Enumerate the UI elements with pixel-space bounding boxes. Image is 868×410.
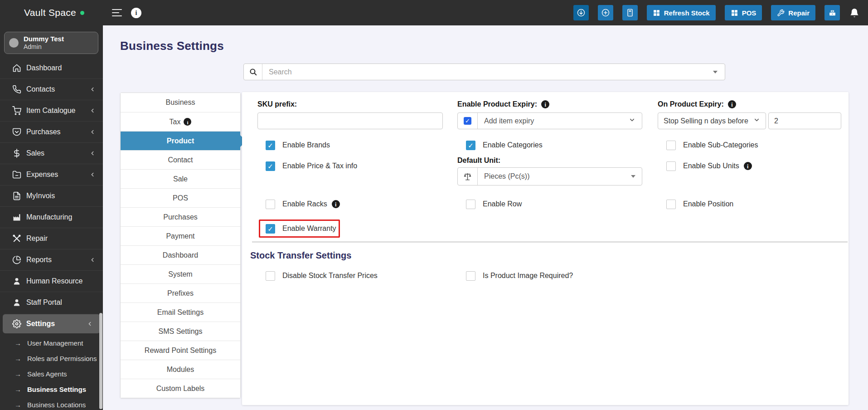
section-divider xyxy=(252,242,848,242)
info-icon[interactable] xyxy=(332,200,340,208)
sidebar-item-label: Human Resource xyxy=(26,277,83,285)
enable-racks-checkbox[interactable] xyxy=(266,200,275,209)
sidebar-item-purchases[interactable]: Purchases xyxy=(0,121,103,142)
enable-categories-checkbox[interactable] xyxy=(466,141,475,150)
sidebar-item-repair[interactable]: Repair xyxy=(0,228,103,249)
sidebar-item-myinvois[interactable]: MyInvois xyxy=(0,185,103,206)
notifications-bell-icon[interactable] xyxy=(849,7,860,18)
sidebar-item-label: Contacts xyxy=(26,85,55,93)
repair-button[interactable]: Repair xyxy=(771,5,815,20)
product-expiry-select[interactable]: Add item expiry xyxy=(478,113,642,129)
phone-icon xyxy=(12,85,21,94)
pie-chart-icon xyxy=(12,255,21,264)
sidebar-item-staff-portal[interactable]: Staff Portal xyxy=(0,292,103,313)
info-icon[interactable] xyxy=(744,162,752,170)
submenu-item-business-settings[interactable]: Business Settings xyxy=(0,381,103,397)
enable-price-tax-checkbox[interactable] xyxy=(266,161,275,171)
settings-search-combobox[interactable] xyxy=(243,63,725,80)
sidebar-item-human-resource[interactable]: Human Resource xyxy=(0,270,103,292)
download-button[interactable] xyxy=(573,5,589,20)
grid-icon xyxy=(653,9,660,17)
tab-sale[interactable]: Sale xyxy=(121,169,240,188)
calculator-button[interactable] xyxy=(622,5,638,20)
enable-brands-checkbox[interactable] xyxy=(266,141,275,150)
submenu-item-user-management[interactable]: User Management xyxy=(0,335,103,351)
submenu-item-business-locations[interactable]: Business Locations xyxy=(0,397,103,410)
tab-dashboard[interactable]: Dashboard xyxy=(121,245,240,264)
enable-racks-row: Enable Racks xyxy=(266,199,340,209)
user-name: Dummy Test xyxy=(24,35,64,43)
chevron-down-icon xyxy=(629,117,635,123)
tab-payment[interactable]: Payment xyxy=(121,226,240,245)
hamburger-menu-icon[interactable] xyxy=(112,9,122,16)
sidebar-item-settings[interactable]: Settings xyxy=(3,314,100,333)
file-text-icon xyxy=(12,191,21,200)
sidebar-item-item-catalogue[interactable]: Item Catalogue xyxy=(0,100,103,121)
sku-prefix-input[interactable] xyxy=(257,112,443,129)
tab-tax[interactable]: Tax xyxy=(121,112,240,131)
tab-custom-labels[interactable]: Custom Labels xyxy=(121,379,240,398)
sidebar-item-reports[interactable]: Reports xyxy=(0,249,103,270)
tab-system[interactable]: System xyxy=(121,264,240,283)
sidebar-item-label: Repair xyxy=(26,234,48,243)
search-icon xyxy=(249,68,257,76)
chevron-down-icon xyxy=(753,117,760,123)
expiry-days-input[interactable] xyxy=(768,112,841,129)
user-card[interactable]: Dummy Test Admin xyxy=(4,32,98,54)
scale-icon xyxy=(463,172,472,181)
disable-stock-transfer-prices-row: Disable Stock Transfer Prices xyxy=(266,271,378,281)
home-icon xyxy=(12,63,21,73)
tab-email-settings[interactable]: Email Settings xyxy=(121,303,240,322)
info-icon[interactable] xyxy=(541,100,549,108)
product-expiry-input-group: Add item expiry xyxy=(457,112,642,129)
tab-modules[interactable]: Modules xyxy=(121,360,240,379)
plus-circle-icon xyxy=(601,8,610,17)
enable-row-checkbox[interactable] xyxy=(466,200,475,209)
enable-warranty-checkbox[interactable] xyxy=(266,224,275,234)
enable-sub-units-row: Enable Sub Units xyxy=(666,161,752,171)
enable-sub-units-checkbox[interactable] xyxy=(666,161,676,171)
on-product-expiry-select[interactable]: Stop Selling n days before xyxy=(658,112,766,129)
sidebar-item-contacts[interactable]: Contacts xyxy=(0,78,103,100)
default-unit-label: Default Unit: xyxy=(457,156,500,166)
info-icon[interactable] xyxy=(131,8,141,18)
pos-button[interactable]: POS xyxy=(725,5,762,20)
enable-brands-label: Enable Brands xyxy=(282,141,330,149)
submenu-item-sales-agents[interactable]: Sales Agents xyxy=(0,366,103,381)
sidebar-item-manufacturing[interactable]: Manufacturing xyxy=(0,206,103,228)
sidebar-item-dashboard[interactable]: Dashboard xyxy=(0,57,103,78)
refresh-stock-button[interactable]: Refresh Stock xyxy=(647,5,716,20)
cash-register-button[interactable] xyxy=(824,5,840,20)
sidebar-item-expenses[interactable]: Expenses xyxy=(0,164,103,185)
tab-reward-point-settings[interactable]: Reward Point Settings xyxy=(121,341,240,360)
chevron-left-icon xyxy=(87,321,93,327)
is-product-image-required-checkbox[interactable] xyxy=(466,271,475,281)
search-input[interactable] xyxy=(262,64,713,80)
enable-sub-categories-checkbox[interactable] xyxy=(666,141,676,150)
calculator-icon xyxy=(626,8,635,17)
tab-prefixes[interactable]: Prefixes xyxy=(121,283,240,303)
disable-stock-transfer-prices-checkbox[interactable] xyxy=(266,271,275,281)
info-icon[interactable] xyxy=(728,100,736,108)
on-product-expiry-label: On Product Expiry: xyxy=(658,99,736,109)
sidebar-item-label: Item Catalogue xyxy=(26,107,76,115)
default-unit-select[interactable]: Pieces (Pc(s)) xyxy=(457,167,642,185)
tab-sms-settings[interactable]: SMS Settings xyxy=(121,322,240,341)
enable-row-label: Enable Row xyxy=(483,200,522,208)
tab-contact[interactable]: Contact xyxy=(121,150,240,169)
tab-product[interactable]: Product xyxy=(121,131,240,150)
product-expiry-checkbox[interactable] xyxy=(464,117,471,125)
tab-business[interactable]: Business xyxy=(121,93,240,112)
add-button[interactable] xyxy=(598,5,613,20)
wrench-icon xyxy=(777,9,785,17)
brand-logo[interactable]: Vault Space xyxy=(0,7,103,18)
submenu-item-roles-and-permissions[interactable]: Roles and Permissions xyxy=(0,351,103,366)
enable-position-checkbox[interactable] xyxy=(666,200,676,209)
tab-purchases[interactable]: Purchases xyxy=(121,207,240,226)
enable-brands-row: Enable Brands xyxy=(266,140,330,150)
tab-pos[interactable]: POS xyxy=(121,188,240,207)
sidebar-scrollbar[interactable] xyxy=(99,313,102,409)
cart-icon xyxy=(12,106,21,115)
sidebar-item-sales[interactable]: Sales xyxy=(0,142,103,164)
chevron-left-icon xyxy=(89,150,96,156)
